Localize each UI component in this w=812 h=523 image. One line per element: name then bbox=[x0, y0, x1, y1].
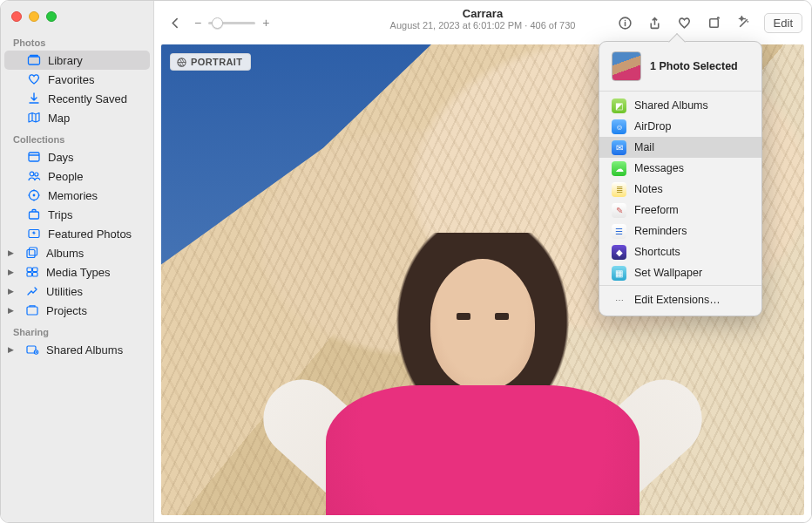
utilities-icon bbox=[25, 284, 39, 298]
sidebar: Photos Library Favorites Recently Saved … bbox=[1, 1, 154, 522]
memories-icon bbox=[27, 188, 41, 202]
svg-rect-7 bbox=[30, 212, 39, 219]
popover-separator bbox=[599, 285, 761, 286]
back-button[interactable] bbox=[163, 11, 187, 34]
albums-icon bbox=[25, 246, 39, 260]
share-option-label: Shortcuts bbox=[634, 246, 680, 258]
sidebar-item-people[interactable]: People bbox=[4, 166, 150, 186]
sidebar-item-recently-saved[interactable]: Recently Saved bbox=[4, 89, 150, 108]
extensions-icon: ⋯ bbox=[612, 293, 626, 308]
sidebar-item-featured-photos[interactable]: Featured Photos bbox=[4, 224, 150, 243]
share-edit-extensions[interactable]: ⋯ Edit Extensions… bbox=[599, 289, 761, 310]
share-option-freeform[interactable]: ✎ Freeform bbox=[599, 200, 761, 221]
svg-rect-1 bbox=[30, 55, 38, 57]
badge-label: PORTRAIT bbox=[191, 57, 242, 67]
rotate-button[interactable] bbox=[701, 11, 727, 34]
share-option-label: Freeform bbox=[634, 204, 679, 216]
sidebar-item-shared-albums[interactable]: ▶ Shared Albums bbox=[4, 340, 150, 359]
projects-icon bbox=[25, 303, 39, 317]
sidebar-item-label: Shared Albums bbox=[46, 343, 123, 357]
edit-button[interactable]: Edit bbox=[764, 13, 802, 33]
close-window-button[interactable] bbox=[11, 11, 22, 22]
share-option-label: Shared Albums bbox=[634, 99, 708, 112]
share-option-shortcuts[interactable]: ◆ Shortcuts bbox=[599, 241, 761, 262]
share-option-shared-albums[interactable]: ◩ Shared Albums bbox=[599, 95, 761, 116]
sidebar-item-map[interactable]: Map bbox=[4, 108, 150, 127]
mediatypes-icon bbox=[25, 265, 39, 279]
share-option-notes[interactable]: ≣ Notes bbox=[599, 179, 761, 200]
share-option-set-wallpaper[interactable]: ▦ Set Wallpaper bbox=[599, 262, 761, 283]
share-option-label: Edit Extensions… bbox=[634, 294, 721, 306]
favorite-button[interactable] bbox=[672, 11, 698, 34]
share-option-messages[interactable]: ☁ Messages bbox=[599, 158, 761, 179]
svg-rect-0 bbox=[29, 57, 40, 65]
chevron-right-icon[interactable]: ▶ bbox=[6, 248, 15, 257]
svg-rect-10 bbox=[30, 248, 37, 255]
download-icon bbox=[27, 92, 41, 105]
info-button[interactable] bbox=[612, 11, 639, 34]
sidebar-item-library[interactable]: Library bbox=[4, 51, 150, 70]
sidebar-item-label: Favorites bbox=[48, 73, 94, 86]
share-option-label: Reminders bbox=[634, 225, 687, 237]
share-option-airdrop[interactable]: ⌾ AirDrop bbox=[599, 116, 761, 137]
svg-rect-13 bbox=[27, 273, 32, 277]
sidebar-item-trips[interactable]: Trips bbox=[4, 205, 150, 224]
notes-app-icon: ≣ bbox=[612, 182, 626, 197]
toolbar-title-area: Carrara August 21, 2023 at 6:01:02 PM · … bbox=[390, 7, 576, 31]
messages-app-icon: ☁ bbox=[612, 161, 626, 176]
svg-rect-12 bbox=[33, 268, 38, 272]
share-option-label: Notes bbox=[634, 183, 663, 195]
reminders-app-icon: ☰ bbox=[612, 224, 626, 239]
minimize-window-button[interactable] bbox=[29, 11, 39, 22]
calendar-icon bbox=[27, 150, 41, 164]
share-option-label: Messages bbox=[634, 162, 684, 174]
svg-rect-19 bbox=[710, 18, 719, 27]
zoom-knob[interactable] bbox=[212, 17, 223, 29]
people-icon bbox=[27, 169, 41, 183]
zoom-in-icon[interactable]: + bbox=[262, 16, 269, 30]
shared-albums-icon bbox=[25, 343, 39, 357]
sidebar-item-label: Map bbox=[48, 112, 70, 125]
sidebar-item-favorites[interactable]: Favorites bbox=[4, 70, 150, 89]
heart-icon bbox=[27, 72, 41, 86]
main-content: − + Carrara August 21, 2023 at 6:01:02 P… bbox=[154, 1, 811, 522]
window-controls bbox=[1, 1, 153, 31]
sidebar-item-media-types[interactable]: ▶ Media Types bbox=[4, 262, 150, 282]
svg-point-6 bbox=[33, 194, 36, 197]
share-button[interactable] bbox=[642, 11, 668, 34]
portrait-badge: PORTRAIT bbox=[170, 53, 251, 71]
chevron-right-icon[interactable]: ▶ bbox=[6, 345, 15, 354]
mail-app-icon: ✉ bbox=[612, 140, 626, 155]
auto-enhance-button[interactable] bbox=[731, 11, 757, 34]
airdrop-app-icon: ⌾ bbox=[612, 119, 626, 134]
svg-rect-9 bbox=[27, 250, 35, 258]
sidebar-item-projects[interactable]: ▶ Projects bbox=[4, 301, 150, 320]
chevron-right-icon[interactable]: ▶ bbox=[6, 306, 15, 315]
chevron-right-icon[interactable]: ▶ bbox=[6, 287, 15, 295]
page-subtitle: August 21, 2023 at 6:01:02 PM · 406 of 7… bbox=[390, 20, 576, 31]
zoom-track[interactable] bbox=[208, 22, 255, 24]
sparkle-icon bbox=[27, 227, 41, 241]
sidebar-item-albums[interactable]: ▶ Albums bbox=[4, 243, 150, 262]
popover-separator bbox=[599, 91, 761, 92]
share-popover: 1 Photo Selected ◩ Shared Albums ⌾ AirDr… bbox=[599, 41, 762, 316]
sidebar-item-label: Utilities bbox=[46, 285, 83, 298]
sidebar-item-utilities[interactable]: ▶ Utilities bbox=[4, 282, 150, 301]
sidebar-item-label: Library bbox=[48, 54, 83, 67]
sidebar-item-memories[interactable]: Memories bbox=[4, 186, 150, 205]
sidebar-item-days[interactable]: Days bbox=[4, 147, 150, 166]
zoom-out-icon[interactable]: − bbox=[194, 16, 201, 30]
wallpaper-app-icon: ▦ bbox=[612, 266, 626, 281]
selection-thumbnail bbox=[612, 51, 641, 81]
fullscreen-window-button[interactable] bbox=[46, 11, 57, 22]
sidebar-item-label: Albums bbox=[46, 247, 84, 260]
share-option-reminders[interactable]: ☰ Reminders bbox=[599, 221, 761, 241]
sidebar-item-label: Projects bbox=[46, 304, 87, 317]
chevron-right-icon[interactable]: ▶ bbox=[6, 268, 15, 276]
sidebar-item-label: Featured Photos bbox=[48, 228, 132, 241]
zoom-slider[interactable]: − + bbox=[194, 16, 269, 30]
sidebar-item-label: Trips bbox=[48, 208, 72, 221]
sidebar-item-label: Recently Saved bbox=[48, 92, 127, 105]
popover-header: 1 Photo Selected bbox=[599, 42, 761, 89]
share-option-mail[interactable]: ✉ Mail bbox=[599, 137, 761, 158]
